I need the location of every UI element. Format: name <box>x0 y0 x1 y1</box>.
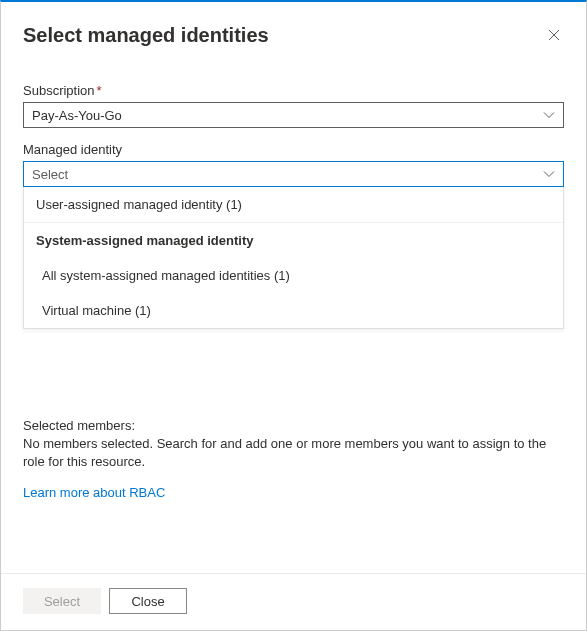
managed-identity-placeholder: Select <box>32 167 68 182</box>
subscription-field: Subscription* Pay-As-You-Go <box>23 83 564 128</box>
selected-members-title: Selected members: <box>23 418 564 433</box>
dropdown-item-virtual-machine[interactable]: Virtual machine (1) <box>24 293 563 328</box>
selected-members-empty-text: No members selected. Search for and add … <box>23 435 564 471</box>
subscription-select[interactable]: Pay-As-You-Go <box>23 102 564 128</box>
chevron-down-icon <box>543 111 555 119</box>
dropdown-item-user-assigned[interactable]: User-assigned managed identity (1) <box>24 187 563 222</box>
selected-members-section: Selected members: No members selected. S… <box>23 418 564 500</box>
select-button: Select <box>23 588 101 614</box>
managed-identity-field: Managed identity Select User-assigned ma… <box>23 142 564 329</box>
managed-identity-label: Managed identity <box>23 142 564 157</box>
learn-more-link[interactable]: Learn more about RBAC <box>23 485 165 500</box>
subscription-value: Pay-As-You-Go <box>32 108 122 123</box>
dropdown-item-all-system[interactable]: All system-assigned managed identities (… <box>24 258 563 293</box>
managed-identity-select[interactable]: Select <box>23 161 564 187</box>
subscription-label: Subscription* <box>23 83 564 98</box>
managed-identity-dropdown: User-assigned managed identity (1) Syste… <box>23 187 564 329</box>
subscription-label-text: Subscription <box>23 83 95 98</box>
footer: Select Close <box>1 573 586 630</box>
panel-title: Select managed identities <box>23 24 269 47</box>
required-marker: * <box>97 83 102 98</box>
chevron-down-icon <box>543 170 555 178</box>
close-button[interactable]: Close <box>109 588 187 614</box>
close-icon[interactable] <box>544 25 564 47</box>
dropdown-header-system-assigned: System-assigned managed identity <box>24 222 563 258</box>
